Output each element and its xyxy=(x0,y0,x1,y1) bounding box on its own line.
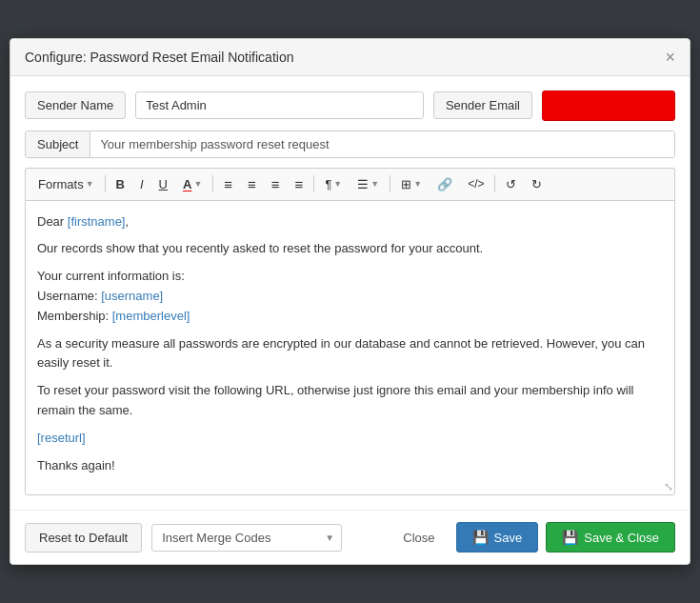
bold-button[interactable]: B xyxy=(110,173,131,195)
merge-username: [username] xyxy=(101,289,163,303)
align-center-button[interactable]: ≡ xyxy=(241,172,263,196)
editor-line-3: Your current information is: Username: [… xyxy=(37,267,663,326)
reset-to-default-button[interactable]: Reset to Default xyxy=(25,523,142,553)
editor-line-7: To reset your password visit the followi… xyxy=(37,381,663,421)
subject-label: Subject xyxy=(26,131,90,157)
configure-modal: Configure: Password Reset Email Notifica… xyxy=(10,38,690,566)
save-label: Save xyxy=(494,531,523,545)
sender-name-label: Sender Name xyxy=(25,91,126,119)
align-right-button[interactable]: ≡ xyxy=(265,172,287,196)
link-button[interactable]: 🔗 xyxy=(430,173,459,195)
toolbar-separator-2 xyxy=(212,175,213,192)
close-button[interactable]: Close xyxy=(390,524,448,552)
editor-line-6: As a security measure all passwords are … xyxy=(37,334,663,374)
font-color-button[interactable]: A ▼ xyxy=(176,173,209,195)
save-close-label: Save & Close xyxy=(584,531,659,545)
table-button[interactable]: ⊞ ▼ xyxy=(394,173,429,195)
code-button[interactable]: </> xyxy=(461,173,490,194)
modal-body: Sender Name Sender Email Subject Formats… xyxy=(10,76,690,511)
editor-toolbar: Formats ▼ B I U A ▼ ≡ ≡ ≡ ≡ ¶ ▼ xyxy=(25,168,675,200)
editor-wrapper: Dear [firstname], Our records show that … xyxy=(25,200,675,496)
save-button[interactable]: 💾 Save xyxy=(456,522,539,553)
formats-caret: ▼ xyxy=(86,179,94,189)
toolbar-separator-4 xyxy=(390,175,390,192)
underline-button[interactable]: U xyxy=(152,173,174,195)
resize-handle[interactable]: ⤡ xyxy=(664,480,673,493)
outdent-button[interactable]: ☰ ▼ xyxy=(350,173,386,195)
sender-name-input[interactable] xyxy=(135,91,424,119)
subject-row: Subject xyxy=(25,131,675,158)
font-color-caret: ▼ xyxy=(193,179,202,189)
toolbar-separator-1 xyxy=(105,175,106,192)
editor-line-9: Thanks again! xyxy=(37,456,663,476)
footer-right: Close 💾 Save 💾 Save & Close xyxy=(390,522,675,553)
sender-email-input[interactable] xyxy=(542,90,675,121)
merge-codes-select[interactable]: Insert Merge Codes xyxy=(151,524,342,552)
editor-line-1: Dear [firstname], xyxy=(37,212,663,232)
editor-line-8: [reseturl] xyxy=(37,429,663,449)
align-left-button[interactable]: ≡ xyxy=(217,172,239,196)
italic-button[interactable]: I xyxy=(133,173,150,195)
merge-codes-wrapper: Insert Merge Codes xyxy=(151,524,342,552)
footer-left: Reset to Default Insert Merge Codes xyxy=(25,523,342,553)
undo-button[interactable]: ↺ xyxy=(499,173,523,195)
editor-line-2: Our records show that you recently asked… xyxy=(37,239,663,259)
email-editor[interactable]: Dear [firstname], Our records show that … xyxy=(25,200,675,496)
save-close-icon: 💾 xyxy=(562,530,578,545)
save-icon: 💾 xyxy=(472,530,489,545)
subject-input[interactable] xyxy=(90,131,674,157)
formats-button[interactable]: Formats ▼ xyxy=(31,173,101,195)
sender-row: Sender Name Sender Email xyxy=(25,90,675,121)
toolbar-separator-5 xyxy=(494,175,495,192)
indent-button[interactable]: ¶ ▼ xyxy=(318,173,349,195)
justify-button[interactable]: ≡ xyxy=(289,172,310,196)
modal-overlay: Configure: Password Reset Email Notifica… xyxy=(0,0,700,603)
modal-close-button[interactable]: × xyxy=(665,49,675,66)
modal-title: Configure: Password Reset Email Notifica… xyxy=(25,50,293,65)
modal-header: Configure: Password Reset Email Notifica… xyxy=(10,39,690,76)
merge-reseturl: [reseturl] xyxy=(37,431,86,445)
sender-email-label: Sender Email xyxy=(433,91,532,119)
modal-footer: Reset to Default Insert Merge Codes Clos… xyxy=(10,510,690,564)
merge-memberlevel: [memberlevel] xyxy=(112,309,190,323)
toolbar-separator-3 xyxy=(313,175,314,192)
save-close-button[interactable]: 💾 Save & Close xyxy=(546,522,675,553)
redo-button[interactable]: ↻ xyxy=(525,173,549,195)
merge-firstname: [firstname] xyxy=(68,214,126,229)
